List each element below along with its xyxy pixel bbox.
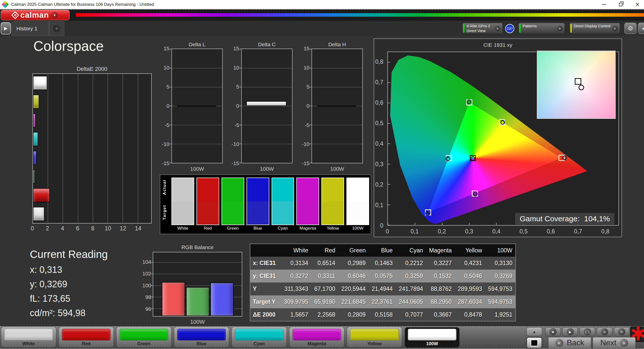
pattern-bar-expand-button[interactable]: ▲	[526, 327, 542, 336]
pattern-button-100w[interactable]: 100W	[405, 327, 459, 347]
axis-tick-label: -15	[232, 160, 239, 166]
table-cell: 309,9795	[281, 295, 311, 308]
settings-button[interactable]: ⚙	[625, 23, 636, 34]
patterns-dropdown-icon[interactable]: ▼	[557, 26, 563, 31]
display-window-button[interactable]	[526, 337, 542, 348]
axis-tick-label: 15	[233, 46, 239, 52]
series-button[interactable]: [··]	[580, 327, 595, 336]
display-control-label: Direct Display Control	[574, 24, 610, 28]
patterns-status-accent	[519, 24, 521, 33]
table-cell: 67,1700	[311, 282, 338, 295]
tick-mark	[310, 106, 312, 106]
window-title: Calman 2025 Calman Ultimate for Business…	[11, 2, 154, 7]
swatch-label: 100W	[347, 225, 369, 232]
gridline	[123, 74, 123, 223]
axis-tick-label: 0	[236, 103, 239, 109]
axis-tick-label: -5	[305, 122, 309, 128]
pattern-button-magenta[interactable]: Magenta	[290, 327, 344, 347]
calman-menu-button[interactable]: calman ▼	[1, 10, 70, 20]
pattern-button-cyan[interactable]: Cyan	[232, 327, 286, 347]
play-icon: ▶	[567, 328, 574, 335]
tick-mark	[239, 163, 242, 163]
delta-c-chart: Delta C 151050-5-10-15 100W	[231, 41, 296, 178]
table-cell: 0,5158	[369, 308, 396, 321]
white-point-measured-marker	[471, 156, 475, 161]
stop-button[interactable]: ■	[545, 327, 561, 336]
cie-y-axis: 00,10,20,30,40,50,60,70,8	[374, 52, 385, 226]
measurement-table-body: x: CIE310,31340,65140,29890,14630,22120,…	[250, 257, 516, 321]
collapse-panel-button[interactable]: ◀	[638, 23, 644, 34]
pattern-label: White	[1, 341, 56, 346]
meter-selector-button[interactable]: X-Rite i1Pro 2 Direct View ▼	[462, 23, 503, 34]
back-button[interactable]: « Back	[548, 337, 591, 348]
axis-tick-label: 4	[61, 225, 64, 232]
tick-mark	[496, 223, 497, 225]
actual-swatch	[322, 178, 344, 201]
swatch-column-red: Red	[197, 178, 219, 232]
patterns-label: Patterns	[523, 24, 537, 28]
tick-mark	[310, 49, 312, 49]
restore-button[interactable]	[616, 0, 625, 9]
target-swatch	[297, 201, 319, 225]
calman-dropdown-icon[interactable]: ▼	[51, 12, 58, 18]
actual-swatch	[172, 178, 194, 201]
swatch-column-cyan: Cyan	[272, 178, 294, 232]
tick-mark	[239, 49, 242, 49]
measurement-table: WhiteRedGreenBlueCyanMagentaYellow100W x…	[250, 244, 516, 321]
red-measured-marker	[562, 156, 567, 160]
tick-mark	[151, 274, 153, 274]
patterns-selector-button[interactable]: Patterns ▼	[518, 23, 565, 34]
axis-tick-label: 5	[306, 84, 309, 90]
deltae-bar-green	[33, 169, 35, 184]
axis-tick-label: 10	[304, 65, 309, 71]
add-tab-button[interactable]: +	[49, 21, 64, 36]
tick-mark	[170, 106, 172, 106]
table-row: Y311,334367,1700220,594421,4944241,78948…	[250, 282, 516, 295]
delta-h-chart: Delta H 151050-5-10-15 100W	[301, 41, 367, 178]
target-swatch	[347, 201, 369, 225]
rgb-balance-plot	[153, 252, 242, 317]
actual-swatch	[347, 178, 369, 201]
zero-line	[177, 106, 216, 106]
axis-tick-label: 0	[380, 222, 383, 229]
column-header-Yellow: Yellow	[455, 244, 485, 257]
meter-dropdown-icon[interactable]: ▼	[495, 26, 500, 31]
deltae-bar-blue	[33, 151, 37, 165]
actual-swatch	[247, 178, 269, 201]
continuous-button[interactable]: ∞	[597, 327, 612, 336]
tick-mark	[239, 106, 242, 106]
rgb-balance-title: RGB Balance	[153, 244, 242, 250]
measurement-table-header: WhiteRedGreenBlueCyanMagentaYellow100W	[250, 244, 516, 257]
gridline	[172, 144, 222, 144]
display-control-selector-button[interactable]: Direct Display Control ▼	[569, 23, 620, 34]
pattern-button-green[interactable]: Green	[117, 327, 171, 347]
column-header-Red: Red	[311, 244, 338, 257]
close-button[interactable]: ×	[633, 0, 642, 9]
minimize-button[interactable]	[600, 0, 608, 9]
pattern-button-yellow[interactable]: Yellow	[347, 327, 402, 347]
restore-icon	[619, 3, 623, 6]
pattern-label: Red	[59, 341, 114, 346]
display-control-dropdown-icon[interactable]: ▼	[612, 26, 618, 31]
refresh-button[interactable]: ↻	[614, 327, 630, 336]
axis-tick-label: 98	[145, 294, 151, 300]
delta-c-title: Delta C	[241, 41, 293, 48]
table-cell: 0,3667	[426, 308, 455, 321]
tab-history-1[interactable]: History 1	[12, 21, 49, 36]
swatch-label: Yellow	[322, 225, 344, 232]
table-cell: 0,2212	[396, 257, 426, 270]
session-play-button[interactable]: ▶	[1, 22, 11, 34]
gear-icon: ⚙	[628, 25, 633, 32]
gridline	[242, 87, 292, 87]
pattern-button-white[interactable]: White	[1, 327, 56, 347]
pattern-button-red[interactable]: Red	[59, 327, 114, 347]
pattern-swatch	[177, 329, 226, 340]
zero-line	[317, 106, 356, 106]
gridline	[172, 68, 222, 68]
axis-tick-label: -15	[162, 160, 169, 166]
next-button[interactable]: Next »	[593, 337, 636, 348]
play-button[interactable]: ▶	[562, 327, 578, 336]
pattern-button-blue[interactable]: Blue	[174, 327, 229, 347]
swatch-stack	[272, 178, 294, 225]
table-row: y: CIE310,32720,33110,60460,05750,32590,…	[250, 270, 516, 282]
